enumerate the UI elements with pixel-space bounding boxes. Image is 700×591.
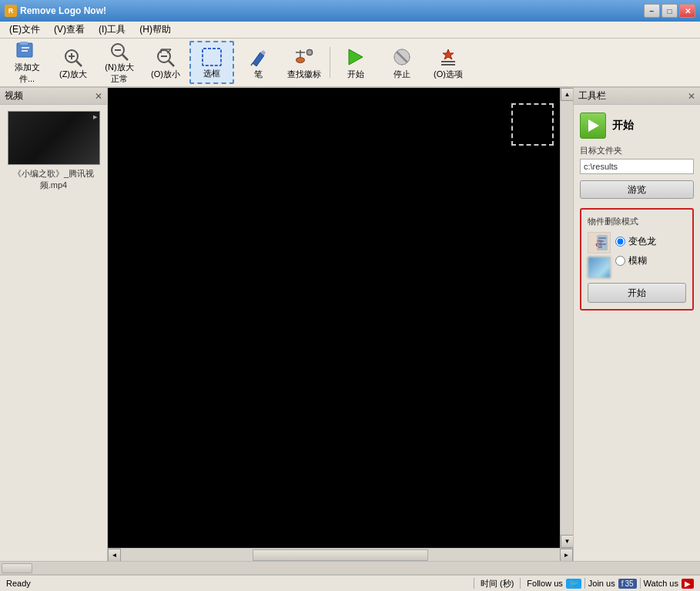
svg-marker-25 xyxy=(349,49,363,65)
status-divider-3 xyxy=(584,578,585,589)
watch-us-label: Watch us xyxy=(644,579,678,588)
scroll-up-button[interactable]: ▲ xyxy=(561,88,573,101)
tools-panel-title: 工具栏 xyxy=(578,89,606,102)
selection-rectangle xyxy=(511,103,554,146)
scroll-track-vertical[interactable] xyxy=(561,101,573,535)
select-label: 选框 xyxy=(203,68,220,79)
radio-chameleon[interactable] xyxy=(615,237,625,247)
menu-view[interactable]: (V)查看 xyxy=(48,22,91,38)
toolbar-add-file[interactable]: 添加文件... xyxy=(5,41,49,84)
radio-chameleon-row: 变色龙 xyxy=(615,235,656,248)
zoom-out-label: (O)放小 xyxy=(151,69,180,80)
svg-rect-3 xyxy=(22,50,28,52)
toolbar-pen[interactable]: 笔 xyxy=(236,41,280,84)
toolbar-stop[interactable]: 停止 xyxy=(380,41,424,84)
menu-tools[interactable]: (I)工具 xyxy=(92,22,132,38)
title-bar: R Remove Logo Now! − □ ✕ xyxy=(0,0,700,22)
blur-icon xyxy=(588,257,611,278)
bottom-scroll-thumb[interactable] xyxy=(2,563,32,573)
h-scroll-track[interactable] xyxy=(121,549,560,562)
mode-icons: a xyxy=(588,232,611,278)
pen-label: 笔 xyxy=(254,69,263,80)
removal-mode-title: 物件删除模式 xyxy=(588,216,686,227)
toolbar-options[interactable]: (O)选项 xyxy=(426,41,471,84)
pen-icon xyxy=(246,45,270,69)
start-label: 开始 xyxy=(347,69,364,80)
video-panel: 视频 ✕ ▶ 《小编之歌》_腾讯视频.mp4 xyxy=(0,88,108,561)
zoom-normal-label: (N)放大正常 xyxy=(101,62,138,85)
browse-label: 游览 xyxy=(628,183,646,196)
scroll-left-button[interactable]: ◄ xyxy=(108,549,121,562)
scroll-right-button[interactable]: ► xyxy=(560,549,573,562)
radio-blur-label: 模糊 xyxy=(628,254,647,267)
canvas-row: ▲ ▼ xyxy=(108,88,573,548)
scroll-down-button[interactable]: ▼ xyxy=(561,535,573,548)
toolbar-find-logo[interactable]: 查找徽标 xyxy=(282,41,327,84)
radio-blur[interactable] xyxy=(615,256,625,266)
folder-path-display: c:\results xyxy=(580,159,694,174)
bottom-scroll-area[interactable] xyxy=(0,561,700,574)
options-label: (O)选项 xyxy=(434,69,463,80)
status-bar: Ready 时间 (秒) Follow us 🐦 Join us f 35 Wa… xyxy=(0,574,700,591)
toolbar: 添加文件... (Z)放大 (N)放大正常 xyxy=(0,39,700,88)
video-canvas[interactable] xyxy=(108,88,560,548)
folder-path-text: c:\results xyxy=(584,162,618,171)
video-thumbnail[interactable]: ▶ xyxy=(8,111,100,165)
options-icon xyxy=(436,45,461,69)
minimize-button[interactable]: − xyxy=(644,4,660,18)
browse-button[interactable]: 游览 xyxy=(580,180,694,199)
stop-label: 停止 xyxy=(394,69,410,80)
facebook-badge[interactable]: f 35 xyxy=(618,579,637,589)
start-icon xyxy=(343,45,368,69)
toolbar-select[interactable]: 选框 xyxy=(189,41,234,84)
video-panel-header: 视频 ✕ xyxy=(0,88,107,105)
svg-line-7 xyxy=(76,61,82,66)
youtube-badge[interactable]: ▶ xyxy=(682,579,694,589)
play-triangle-icon xyxy=(588,119,599,132)
app-icon: R xyxy=(5,5,17,17)
removal-start-button[interactable]: 开始 xyxy=(588,283,686,303)
tools-panel: 工具栏 ✕ 开始 目标文件夹 c:\results 游览 xyxy=(573,88,700,561)
vertical-scrollbar[interactable]: ▲ ▼ xyxy=(560,88,573,548)
tools-panel-content: 开始 目标文件夹 c:\results 游览 物件删除模式 a xyxy=(574,105,700,318)
svg-rect-2 xyxy=(22,47,29,49)
zoom-normal-icon xyxy=(107,40,132,62)
add-file-label: 添加文件... xyxy=(8,62,45,85)
removal-options: a xyxy=(588,232,686,278)
video-thumbnail-inner: ▶ xyxy=(8,112,99,164)
close-button[interactable]: ✕ xyxy=(679,4,695,18)
toolbar-zoom-normal[interactable]: (N)放大正常 xyxy=(97,41,142,84)
toolbar-zoom-in[interactable]: (Z)放大 xyxy=(51,41,95,84)
zoom-out-icon xyxy=(153,45,178,69)
svg-line-13 xyxy=(169,61,174,66)
toolbar-zoom-out[interactable]: (O)放小 xyxy=(143,41,188,84)
join-us-label: Join us xyxy=(588,579,615,588)
menu-help[interactable]: (H)帮助 xyxy=(133,22,177,38)
center-area: ▲ ▼ ◄ ► xyxy=(108,88,573,561)
app-title: Remove Logo Now! xyxy=(20,5,644,16)
zoom-in-icon xyxy=(61,45,85,69)
status-divider-4 xyxy=(640,578,641,589)
twitter-badge[interactable]: 🐦 xyxy=(566,579,581,589)
h-scroll-thumb[interactable] xyxy=(253,549,428,561)
maximize-button[interactable]: □ xyxy=(661,4,678,18)
add-file-icon xyxy=(15,40,39,62)
find-logo-icon xyxy=(292,45,317,69)
stop-icon xyxy=(390,45,414,69)
removal-start-label: 开始 xyxy=(628,287,646,300)
svg-rect-32 xyxy=(597,235,608,250)
horizontal-scrollbar[interactable]: ◄ ► xyxy=(108,548,573,561)
play-button[interactable] xyxy=(580,112,606,139)
window-controls: − □ ✕ xyxy=(644,4,695,18)
follow-us-label: Follow us xyxy=(527,579,562,588)
svg-rect-17 xyxy=(203,49,221,65)
tools-panel-close[interactable]: ✕ xyxy=(688,91,695,102)
chameleon-icon: a xyxy=(588,232,611,254)
video-panel-title: 视频 xyxy=(5,89,23,102)
toolbar-start[interactable]: 开始 xyxy=(333,41,378,84)
menu-file[interactable]: (E)文件 xyxy=(3,22,46,38)
video-panel-close[interactable]: ✕ xyxy=(95,91,102,102)
thumbnail-text: ▶ xyxy=(93,114,97,120)
svg-point-20 xyxy=(296,58,304,62)
status-ready-text: Ready xyxy=(6,579,467,588)
